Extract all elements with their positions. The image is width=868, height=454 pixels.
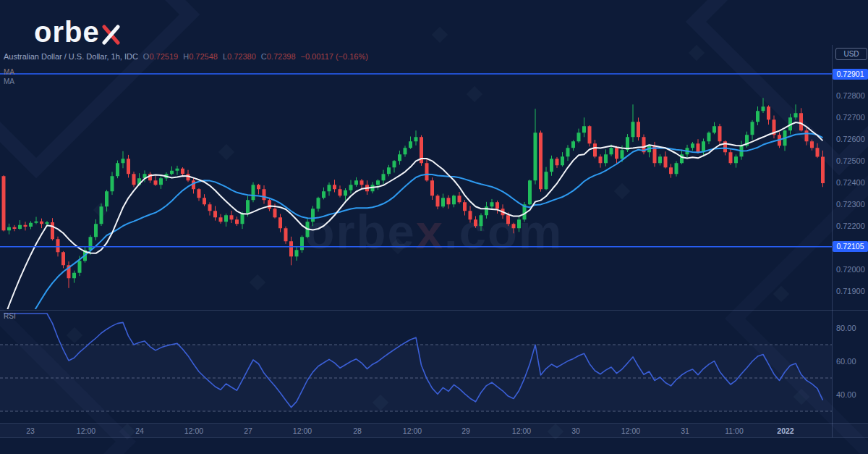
pane-divider[interactable] (0, 310, 868, 311)
change-value: −0.00117 (−0.16%) (301, 52, 368, 61)
rsi-tick-label: 60.00 (836, 357, 868, 366)
time-axis-bottom-border (0, 437, 868, 438)
time-tick-label: 11:00 (725, 426, 744, 435)
price-tick-label: 0.72400 (836, 178, 868, 187)
rsi-indicator-label: RSI (4, 312, 16, 320)
ma-slow-line (4, 133, 823, 369)
time-tick-label: 31 (681, 426, 689, 435)
time-tick-label: 28 (353, 426, 362, 435)
orbex-logo: orbe (34, 16, 121, 48)
time-tick-label: 30 (571, 426, 580, 435)
time-tick-label: 24 (135, 426, 144, 435)
trading-chart-screen: orbex.com orbe Australian Dollar / U.S. … (0, 0, 868, 454)
price-tick-label: 0.72800 (836, 91, 868, 100)
ma-legend-slow: MA (4, 77, 14, 85)
price-tick-label: 0.72700 (836, 113, 868, 122)
time-tick-label: 23 (26, 426, 35, 435)
ohlc-value: 0.72380 (227, 52, 256, 61)
candle-bodies-up (7, 106, 798, 278)
chart-legend: Australian Dollar / U.S. Dollar, 1h, IDC… (4, 52, 368, 61)
logo-text: orbe (34, 16, 100, 48)
symbol-title: Australian Dollar / U.S. Dollar, 1h, IDC (4, 52, 138, 61)
ohlc-label: C (261, 52, 267, 61)
time-tick-label: 12:00 (403, 426, 422, 435)
time-axis-top-border (0, 423, 868, 424)
ohlc-value: 0.72548 (189, 52, 218, 61)
currency-badge[interactable]: USD (835, 48, 867, 60)
rsi-tick-label: 40.00 (836, 390, 868, 399)
level-price-badge: 0.72105 (833, 241, 868, 252)
time-tick-label: 29 (461, 426, 470, 435)
price-tick-label: 0.72500 (836, 156, 868, 165)
time-tick-label: 12:00 (621, 426, 640, 435)
time-tick-label: 2022 (777, 426, 793, 435)
ohlc-readout: O0.72519H0.72548L0.72380C0.72398 (138, 52, 296, 61)
ohlc-value: 0.72398 (267, 52, 296, 61)
time-tick-label: 12:00 (77, 426, 95, 435)
candle-bodies-down (2, 106, 825, 278)
time-tick-label: 12:00 (293, 426, 312, 435)
time-tick-label: 12:00 (184, 426, 203, 435)
ohlc-label: H (183, 52, 189, 61)
price-chart-canvas[interactable] (0, 0, 868, 454)
ma-legend-fast: MA (4, 68, 14, 76)
price-tick-label: 0.72200 (836, 222, 868, 230)
price-tick-label: 0.72000 (836, 265, 868, 274)
time-tick-label: 27 (244, 426, 252, 435)
logo-x-icon (101, 25, 121, 45)
price-tick-label: 0.72300 (836, 200, 868, 209)
rsi-tick-label: 80.00 (836, 324, 868, 332)
level-price-badge: 0.72901 (833, 69, 868, 80)
candle-wicks-up (9, 98, 796, 282)
rsi-pane (0, 314, 832, 411)
ohlc-value: 0.72519 (149, 52, 178, 61)
candle-wicks-down (4, 105, 823, 287)
time-tick-label: 12:00 (512, 426, 531, 435)
price-tick-label: 0.72600 (836, 135, 868, 143)
price-tick-label: 0.71900 (836, 287, 868, 295)
